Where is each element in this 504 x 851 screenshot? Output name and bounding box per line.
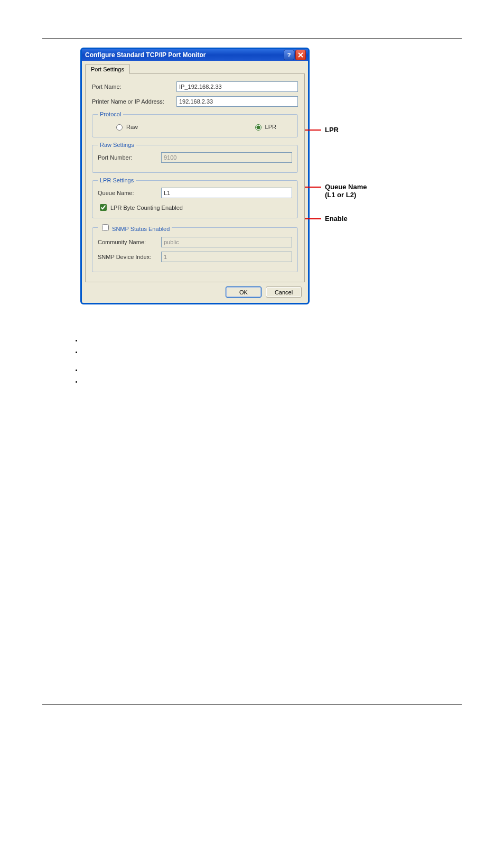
callout-queue: Queue Name (L1 or L2) (325, 183, 367, 199)
bullet-item (82, 337, 84, 343)
community-input (161, 237, 292, 247)
port-number-input (161, 152, 292, 163)
lpr-settings-group: LPR Settings Queue Name: LPR Byte Counti… (92, 177, 298, 218)
community-label: Community Name: (98, 239, 161, 245)
close-button[interactable] (295, 50, 306, 60)
callout-lpr: LPR (325, 126, 339, 134)
bullet-item (82, 348, 84, 355)
lpr-byte-checkbox[interactable] (100, 204, 107, 211)
printer-name-input[interactable] (176, 96, 298, 107)
settings-panel: Port Name: Printer Name or IP Address: P… (85, 73, 305, 282)
lpr-byte-checkbox-label[interactable]: LPR Byte Counting Enabled (98, 202, 292, 212)
lpr-radio-label[interactable]: LPR (253, 123, 276, 131)
printer-name-label: Printer Name or IP Address: (92, 98, 176, 105)
help-button[interactable]: ? (284, 50, 294, 60)
ok-button[interactable]: OK (226, 286, 262, 298)
lpr-settings-legend: LPR Settings (98, 177, 136, 183)
port-number-label: Port Number: (98, 154, 161, 161)
port-name-label: Port Name: (92, 84, 176, 90)
horizontal-rule-bottom (42, 704, 462, 705)
dialog-window: Configure Standard TCP/IP Port Monitor ?… (80, 48, 310, 304)
bullet-list (61, 337, 84, 390)
snmp-checkbox[interactable] (102, 224, 109, 231)
close-icon (298, 52, 303, 58)
raw-radio[interactable] (116, 124, 123, 131)
callout-enable: Enable (325, 215, 348, 223)
raw-radio-label[interactable]: Raw (114, 123, 138, 131)
dialog-title: Configure Standard TCP/IP Port Monitor (85, 51, 283, 59)
tab-port-settings[interactable]: Port Settings (85, 64, 130, 74)
lpr-radio[interactable] (255, 124, 262, 131)
bullet-item (82, 366, 84, 373)
snmp-index-label: SNMP Device Index: (98, 254, 161, 260)
raw-settings-legend: Raw Settings (98, 142, 136, 148)
raw-settings-group: Raw Settings Port Number: (92, 142, 298, 173)
bullet-item (82, 378, 84, 384)
queue-name-input[interactable] (161, 188, 292, 198)
titlebar[interactable]: Configure Standard TCP/IP Port Monitor ? (82, 49, 308, 61)
protocol-group: Protocol Raw LPR (92, 111, 298, 137)
horizontal-rule-top (42, 38, 462, 39)
queue-name-label: Queue Name: (98, 190, 161, 196)
protocol-legend: Protocol (98, 111, 123, 117)
snmp-index-input (161, 252, 292, 262)
port-name-input[interactable] (176, 81, 298, 92)
snmp-legend[interactable]: SNMP Status Enabled (98, 223, 172, 233)
snmp-group: SNMP Status Enabled Community Name: SNMP… (92, 223, 298, 272)
cancel-button[interactable]: Cancel (266, 286, 302, 298)
